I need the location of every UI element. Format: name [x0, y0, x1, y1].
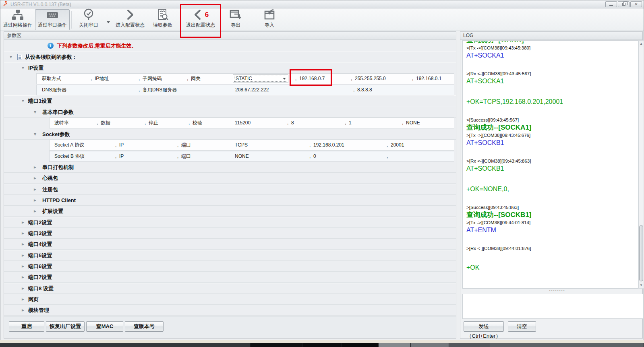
collapse-arrow-icon[interactable] — [20, 62, 26, 73]
gateway-value[interactable]: 192.168.0.1 — [412, 74, 441, 84]
tree-section-2[interactable]: 端口4设置 — [4, 239, 456, 250]
tree-item-port1-0[interactable]: 串口打包机制 — [4, 162, 456, 173]
tree-group-serial-params[interactable]: 基本串口参数 — [4, 107, 456, 118]
tree-item-port1-3[interactable]: HTTPD Client — [4, 195, 456, 206]
expand-arrow-icon[interactable] — [20, 261, 26, 272]
ip-mode-select[interactable]: STATIC — [233, 74, 288, 83]
annotation-rect-exit-config — [180, 4, 221, 38]
log-meta: >[Tx ->][COM38][09:44:01:814] — [466, 220, 634, 225]
tree-section-7[interactable]: 网页 — [4, 294, 456, 305]
expand-arrow-icon[interactable] — [20, 250, 26, 261]
field-label: IP地址 — [91, 74, 109, 84]
expand-arrow-icon[interactable] — [32, 195, 38, 206]
tree-section-1[interactable]: 端口3设置 — [4, 228, 456, 239]
subnet-mask-value[interactable]: 255.255.255.0 — [351, 74, 386, 84]
log-output[interactable]: 查询成功--[WANN]>[Tx ->][COM38][09:43:45:380… — [462, 40, 638, 289]
tree-item-port1-2[interactable]: 注册包 — [4, 184, 456, 195]
toolbar-button-3[interactable]: 进入配置状态 — [113, 9, 147, 30]
minimize-button[interactable] — [605, 1, 617, 7]
expand-arrow-icon[interactable] — [20, 294, 26, 305]
restore-button[interactable] — [618, 1, 630, 7]
expand-arrow-icon[interactable] — [32, 184, 38, 195]
taskbar-segment-5[interactable] — [411, 343, 449, 347]
collapse-arrow-icon[interactable] — [32, 129, 38, 140]
toolbar-button-6[interactable]: 导出 — [223, 9, 248, 30]
expand-arrow-icon[interactable] — [32, 162, 38, 173]
tree-section-6[interactable]: 端口8 设置 — [4, 283, 456, 294]
tree-group-socket-params[interactable]: Socket参数 — [4, 129, 456, 140]
param-footer-button-1[interactable]: 恢复出厂设置 — [46, 321, 85, 332]
group-label: 基本串口参数 — [42, 107, 74, 118]
taskbar-segment-3[interactable] — [342, 343, 379, 347]
tree-section-5[interactable]: 端口7设置 — [4, 272, 456, 283]
socket-b-ip-value[interactable]: 0 — [309, 151, 316, 161]
collapse-arrow-icon[interactable] — [8, 52, 14, 62]
tree-section-port1[interactable]: 端口1设置 — [4, 95, 456, 106]
close-icon — [634, 2, 638, 6]
tree-section-4[interactable]: 端口6设置 — [4, 261, 456, 272]
close-button[interactable] — [630, 1, 642, 7]
collapse-arrow-icon[interactable] — [20, 95, 26, 106]
scrollbar-thumb[interactable] — [639, 225, 643, 281]
collapse-arrow-icon[interactable] — [32, 107, 38, 118]
expand-arrow-icon[interactable] — [20, 272, 26, 283]
log-scrollbar[interactable] — [638, 40, 644, 289]
taskbar-segment-6[interactable] — [449, 343, 489, 347]
expand-arrow-icon[interactable] — [32, 206, 38, 217]
tree-section-8[interactable]: 模块管理 — [4, 305, 456, 316]
expand-arrow-icon[interactable] — [20, 217, 26, 228]
param-footer-button-3[interactable]: 查版本号 — [125, 321, 164, 332]
expand-arrow-icon[interactable] — [20, 283, 26, 294]
expand-arrow-icon[interactable] — [20, 239, 26, 250]
dns-server-value[interactable]: 208.67.222.222 — [235, 85, 269, 95]
taskbar-segment-0[interactable] — [0, 343, 251, 347]
taskbar[interactable] — [0, 343, 644, 347]
taskbar-segment-1[interactable] — [251, 343, 303, 347]
expand-arrow-icon[interactable] — [32, 173, 38, 184]
send-input[interactable] — [462, 294, 643, 319]
socket-b-port-value[interactable] — [387, 151, 391, 161]
scroll-up-icon[interactable] — [639, 41, 644, 47]
baud-rate-value[interactable]: 115200 — [235, 118, 251, 128]
socket-a-protocol-value[interactable]: TCPS — [235, 140, 248, 150]
chevron-down-icon[interactable] — [107, 21, 110, 23]
parity-value[interactable]: NONE — [402, 118, 420, 128]
field-label: IP — [115, 151, 124, 161]
toolbar-button-4[interactable]: 读取参数 — [149, 9, 176, 30]
circle-check-icon — [83, 8, 95, 21]
stop-bits-value[interactable]: 1 — [345, 118, 352, 128]
param-footer-button-2[interactable]: 查MAC — [86, 321, 123, 332]
toolbar-button-2[interactable]: 关闭串口 — [73, 9, 104, 30]
tree-item-port1-4[interactable]: 扩展设置 — [4, 206, 456, 217]
tree-section-ip[interactable]: IP设置 — [4, 62, 456, 73]
tree-item-port1-1[interactable]: 心跳包 — [4, 173, 456, 184]
field-label: IP — [115, 140, 124, 150]
chevron-down-icon[interactable] — [283, 78, 286, 80]
log-entry-0: 查询成功--[WANN] — [466, 41, 634, 45]
backup-dns-value[interactable]: 8.8.8.8 — [353, 85, 372, 95]
taskbar-segment-2[interactable] — [303, 343, 342, 347]
section-label: 端口1设置 — [28, 95, 52, 106]
log-entry-7: >[Tx ->][COM38][09:44:01:814]AT+ENTM — [466, 220, 634, 234]
log-entry-8: >[Rx <-][COM38][09:44:01:876]+OK — [466, 246, 634, 272]
scroll-down-icon[interactable] — [639, 282, 644, 288]
param-footer-button-0[interactable]: 重启 — [9, 321, 44, 332]
taskbar-segment-7[interactable] — [489, 343, 644, 347]
log-panel: LOG 查询成功--[WANN]>[Tx ->][COM38][09:43:45… — [460, 31, 643, 339]
tree-root[interactable]: 从设备读取到的参数 : — [4, 52, 456, 62]
log-splitter[interactable] — [462, 289, 643, 293]
toolbar-button-1[interactable]: 通过串口操作 — [35, 9, 70, 30]
taskbar-segment-4[interactable] — [379, 343, 411, 347]
toolbar-button-0[interactable]: 通过网络操作 — [1, 9, 34, 30]
socket-b-protocol-value[interactable]: NONE — [235, 151, 249, 161]
expand-arrow-icon[interactable] — [20, 228, 26, 239]
log-footer-button-0[interactable]: 发送（Ctrl+Enter） — [464, 321, 504, 332]
socket-a-port-value[interactable]: 20001 — [387, 140, 404, 150]
tree-section-0[interactable]: 端口2设置 — [4, 217, 456, 228]
expand-arrow-icon[interactable] — [20, 305, 26, 316]
toolbar-button-7[interactable]: 导入 — [257, 9, 282, 30]
tree-section-3[interactable]: 端口5设置 — [4, 250, 456, 261]
socket-a-ip-value[interactable]: 192.168.0.201 — [309, 140, 344, 150]
data-bits-value[interactable]: 8 — [287, 118, 294, 128]
log-footer-button-1[interactable]: 清空 — [508, 321, 536, 332]
